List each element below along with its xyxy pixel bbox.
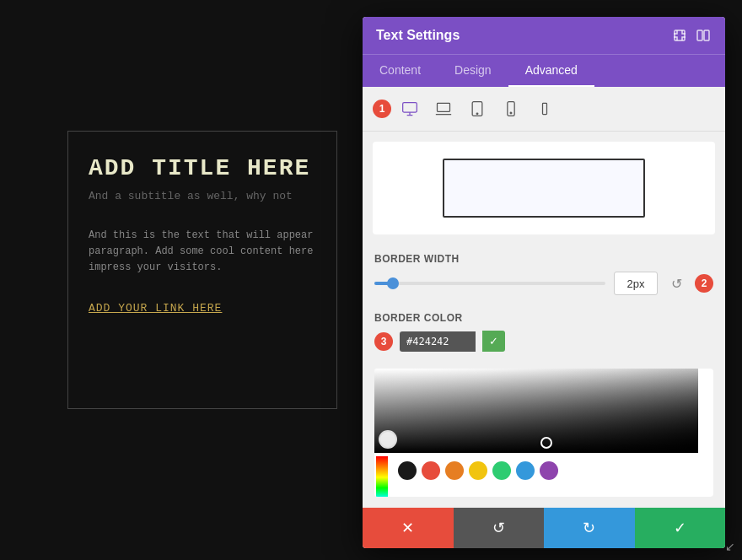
fullscreen-icon[interactable] — [671, 27, 688, 44]
device-mobile-icon[interactable] — [496, 94, 526, 124]
panel-header-icons — [671, 27, 712, 44]
swatch-red[interactable] — [422, 461, 440, 480]
border-width-slider[interactable] — [374, 275, 605, 292]
panel-body: 1 — [363, 87, 725, 508]
step-badge-3: 3 — [374, 332, 393, 351]
step-badge-1: 1 — [373, 100, 391, 118]
color-gradient[interactable] — [374, 369, 713, 453]
hue-bar[interactable] — [376, 456, 388, 497]
swatch-orange[interactable] — [445, 461, 464, 480]
black-overlay — [374, 369, 698, 453]
swatch-green[interactable] — [492, 461, 511, 480]
canvas-link[interactable]: ADD YOUR LINK HERE — [89, 302, 316, 315]
tab-advanced[interactable]: Advanced — [508, 55, 594, 87]
color-gradient-main[interactable] — [374, 369, 698, 453]
device-small-icon[interactable] — [530, 94, 560, 124]
step-badge-2: 2 — [695, 274, 713, 293]
resize-icon[interactable]: ↙ — [725, 540, 735, 553]
slider-thumb[interactable] — [387, 277, 399, 289]
svg-rect-1 — [697, 30, 702, 40]
cancel-button[interactable]: ✕ — [363, 508, 454, 548]
canvas-body-text: And this is the text that will appear pa… — [89, 228, 316, 277]
color-picker-thumb-white[interactable] — [379, 430, 397, 449]
svg-point-8 — [510, 112, 512, 114]
swatch-blue[interactable] — [516, 461, 535, 480]
svg-rect-9 — [543, 103, 547, 114]
border-width-reset-icon[interactable]: ↺ — [666, 273, 686, 293]
slider-track — [374, 282, 605, 285]
settings-panel: Text Settings Content Design Advanced — [363, 17, 725, 548]
device-laptop-icon[interactable] — [428, 94, 459, 124]
preview-box — [443, 159, 645, 218]
swatch-yellow[interactable] — [469, 461, 487, 480]
border-color-label: Border Color — [374, 312, 713, 324]
panel-title: Text Settings — [376, 28, 460, 43]
border-color-section: Border Color 3 ✓ — [363, 304, 725, 369]
tab-design[interactable]: Design — [438, 55, 508, 87]
svg-point-6 — [476, 113, 478, 115]
canvas-card: ADD TITLE HERE And a subtitle as well, w… — [67, 131, 337, 409]
swatch-purple[interactable] — [540, 461, 558, 480]
svg-rect-5 — [472, 102, 482, 116]
color-hex-row: 3 ✓ — [374, 331, 713, 352]
border-width-input[interactable]: 2px — [614, 272, 658, 295]
confirm-button[interactable]: ✓ — [635, 508, 726, 548]
border-width-row: 2px ↺ 2 — [374, 272, 713, 295]
columns-icon[interactable] — [695, 27, 712, 44]
svg-rect-2 — [704, 30, 709, 40]
svg-rect-3 — [403, 103, 417, 113]
canvas-subtitle: And a subtitle as well, why not — [89, 190, 316, 202]
border-width-section: Border Width 2px ↺ 2 — [363, 245, 725, 304]
device-desktop-icon[interactable] — [395, 94, 425, 124]
svg-rect-4 — [438, 103, 450, 111]
color-swatches — [386, 453, 702, 488]
device-tablet-icon[interactable] — [462, 94, 492, 124]
undo-button[interactable]: ↺ — [454, 508, 545, 548]
color-picker-area[interactable] — [374, 369, 713, 497]
swatch-black[interactable] — [398, 461, 417, 480]
color-hex-input[interactable] — [400, 331, 476, 352]
redo-button[interactable]: ↻ — [544, 508, 635, 548]
preview-area — [373, 142, 715, 234]
canvas-title: ADD TITLE HERE — [89, 155, 316, 181]
panel-tabs: Content Design Advanced — [363, 54, 725, 87]
panel-footer: ✕ ↺ ↻ ✓ — [363, 508, 725, 548]
device-icons-row: 1 — [363, 87, 725, 132]
border-width-label: Border Width — [374, 253, 713, 265]
svg-rect-0 — [675, 30, 685, 40]
color-confirm-button[interactable]: ✓ — [482, 331, 505, 352]
tab-content[interactable]: Content — [363, 55, 438, 87]
panel-header: Text Settings — [363, 17, 725, 54]
